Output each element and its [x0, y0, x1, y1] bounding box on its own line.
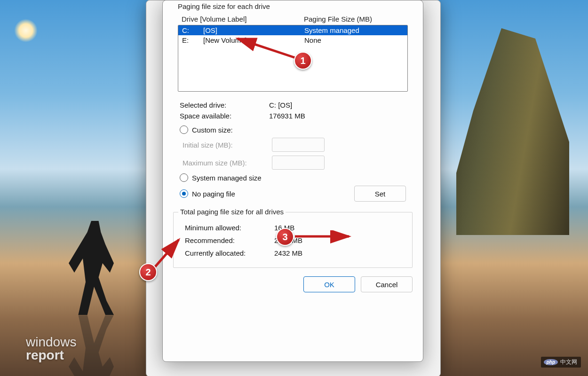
annotation-badge-1: 1 [294, 52, 312, 70]
selected-drive-value: C: [OS] [269, 101, 406, 109]
drive-paging-size: System managed [304, 26, 404, 34]
set-button-label: Set [375, 190, 386, 198]
currently-allocated-value: 2432 MB [274, 249, 401, 257]
radio-no-paging[interactable]: No paging file [180, 189, 235, 198]
maximum-size-label: Maximum size (MB): [183, 159, 272, 167]
annotation-badge-2: 2 [139, 263, 157, 281]
drive-list-header: Drive [Volume Label] Paging File Size (M… [178, 13, 408, 25]
svg-line-1 [153, 240, 179, 269]
recommended-label: Recommended: [185, 236, 274, 244]
radio-custom-size-label: Custom size: [192, 126, 233, 134]
annotation-arrow-3 [293, 230, 354, 244]
space-available-value: 176931 MB [269, 112, 406, 120]
php-logo-icon: php [544, 359, 558, 365]
initial-size-input [272, 138, 325, 152]
set-button[interactable]: Set [354, 186, 406, 202]
radio-no-paging-label: No paging file [192, 190, 235, 198]
radio-system-managed-label: System managed size [192, 174, 262, 182]
ok-button-label: OK [324, 281, 334, 289]
watermark-line2: report [26, 349, 76, 362]
selected-drive-label: Selected drive: [180, 101, 269, 109]
watermark-line1: windows [26, 336, 76, 349]
ok-button[interactable]: OK [303, 276, 355, 292]
radio-icon [180, 189, 188, 198]
watermark-windows-report: windows report [26, 336, 76, 362]
radio-icon [180, 173, 188, 182]
initial-size-label: Initial size (MB): [183, 141, 272, 149]
space-available-label: Space available: [180, 112, 269, 120]
wallpaper-runner [66, 221, 122, 315]
custom-size-fields: Initial size (MB): Maximum size (MB): [183, 138, 408, 170]
totals-title: Total paging file size for all drives [178, 208, 286, 216]
cancel-button[interactable]: Cancel [361, 276, 413, 292]
cancel-button-label: Cancel [376, 281, 398, 289]
php-cn-badge: php 中文网 [541, 357, 581, 368]
radio-icon [180, 125, 188, 134]
header-size-col: Paging File Size (MB) [304, 15, 404, 23]
paging-per-drive-group: Paging file size for each drive Drive [V… [173, 0, 413, 207]
section-title: Paging file size for each drive [178, 2, 408, 10]
radio-system-managed[interactable]: System managed size [180, 173, 406, 182]
svg-line-0 [238, 39, 301, 60]
header-drive-col: Drive [Volume Label] [182, 15, 304, 23]
annotation-badge-3: 3 [276, 228, 294, 246]
php-badge-text: 中文网 [560, 358, 577, 366]
drive-paging-size: None [304, 36, 404, 44]
currently-allocated-label: Currently allocated: [185, 249, 274, 257]
radio-custom-size[interactable]: Custom size: [180, 125, 406, 134]
selected-drive-info: Selected drive: C: [OS] Space available:… [180, 101, 406, 120]
maximum-size-input [272, 156, 325, 170]
drive-label: [OS] [203, 26, 304, 34]
min-allowed-label: Minimum allowed: [185, 224, 274, 232]
drive-letter: C: [182, 26, 203, 34]
dialog-button-row: OK Cancel [173, 276, 413, 292]
drive-letter: E: [182, 36, 203, 44]
